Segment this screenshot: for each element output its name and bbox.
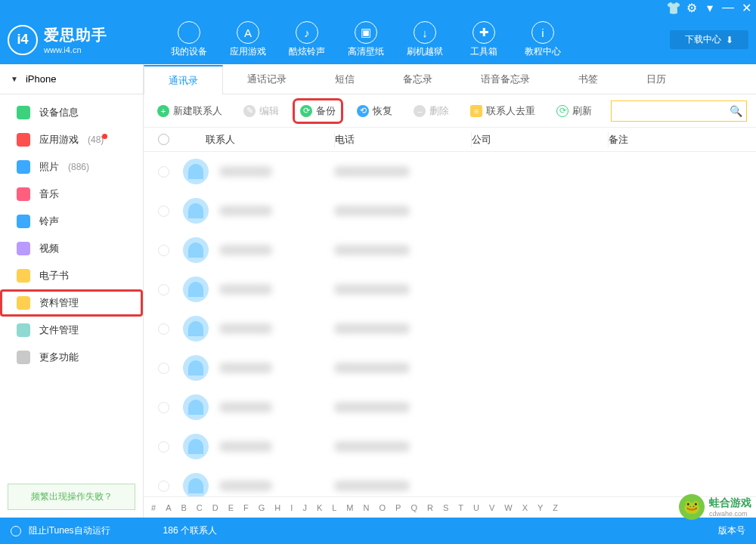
column-contact[interactable]: 联系人: [183, 133, 334, 147]
sidebar-item-7[interactable]: 资料管理: [0, 289, 143, 317]
restore-button[interactable]: ⟲ 恢复: [352, 101, 397, 121]
top-nav-2[interactable]: ♪酷炫铃声: [280, 21, 333, 58]
row-checkbox[interactable]: [158, 166, 169, 178]
alpha-D[interactable]: D: [212, 503, 218, 512]
minimize-icon[interactable]: —: [723, 2, 733, 13]
alpha-X[interactable]: X: [522, 503, 528, 512]
tab-2[interactable]: 短信: [311, 64, 379, 94]
top-nav-3[interactable]: ▣高清壁纸: [339, 21, 392, 58]
top-nav-1[interactable]: A应用游戏: [222, 21, 274, 58]
alpha-M[interactable]: M: [346, 503, 353, 512]
alpha-Q[interactable]: Q: [411, 503, 417, 512]
table-row[interactable]: [144, 427, 756, 466]
column-note[interactable]: 备注: [609, 133, 756, 147]
new-contact-button[interactable]: + 新建联系人: [153, 101, 227, 121]
sidebar-item-1[interactable]: 应用游戏 (48): [0, 126, 143, 153]
row-checkbox[interactable]: [158, 363, 169, 374]
alpha-L[interactable]: L: [332, 503, 336, 512]
sidebar-item-6[interactable]: 电子书: [0, 262, 143, 289]
delete-button[interactable]: – 删除: [409, 101, 454, 121]
row-checkbox[interactable]: [158, 441, 169, 453]
alpha-Z[interactable]: Z: [553, 503, 558, 512]
sidebar-item-8[interactable]: 文件管理: [0, 317, 143, 344]
row-checkbox[interactable]: [158, 284, 169, 295]
tab-1[interactable]: 通话记录: [223, 64, 311, 94]
row-checkbox[interactable]: [158, 206, 169, 217]
alpha-O[interactable]: O: [379, 503, 386, 512]
alpha-C[interactable]: C: [197, 503, 203, 512]
sidebar-item-3[interactable]: 音乐: [0, 181, 143, 208]
alpha-N[interactable]: N: [364, 503, 370, 512]
alpha-B[interactable]: B: [181, 503, 186, 512]
alpha-W[interactable]: W: [504, 503, 512, 512]
tab-4[interactable]: 语音备忘录: [457, 64, 554, 94]
alpha-U[interactable]: U: [473, 503, 479, 512]
sidebar-item-5[interactable]: 视频: [0, 235, 143, 262]
select-all-checkbox[interactable]: [158, 134, 169, 145]
status-block-itunes[interactable]: 阻止iTunes自动运行: [29, 524, 110, 537]
alpha-#[interactable]: #: [151, 503, 156, 512]
row-checkbox[interactable]: [158, 245, 169, 256]
sidebar-item-0[interactable]: 设备信息: [0, 99, 143, 126]
row-checkbox[interactable]: [158, 323, 169, 335]
alpha-E[interactable]: E: [228, 503, 234, 512]
sidebar-item-4[interactable]: 铃声: [0, 208, 143, 235]
sidebar-item-9[interactable]: 更多功能: [0, 344, 143, 371]
top-nav-6[interactable]: i教程中心: [516, 21, 569, 58]
alpha-P[interactable]: P: [395, 503, 401, 512]
column-phone[interactable]: 电话: [335, 133, 471, 147]
search-icon[interactable]: 🔍: [730, 105, 742, 117]
column-company[interactable]: 公司: [472, 133, 608, 147]
alpha-V[interactable]: V: [489, 503, 494, 512]
alpha-G[interactable]: G: [259, 503, 265, 512]
row-checkbox[interactable]: [158, 481, 169, 492]
table-row[interactable]: [144, 270, 756, 309]
tab-6[interactable]: 日历: [622, 64, 690, 94]
toolbar: + 新建联系人 ✎ 编辑 ⟳ 备份 ⟲ 恢复 – 删除 ≡ 联系人去重: [144, 94, 756, 128]
avatar: [183, 355, 209, 381]
search-box[interactable]: 🔍: [611, 100, 747, 122]
contact-phone-redacted: [334, 481, 410, 491]
alpha-I[interactable]: I: [290, 503, 293, 512]
sidebar-item-2[interactable]: 照片 (886): [0, 153, 143, 181]
search-input[interactable]: [616, 106, 730, 116]
alpha-H[interactable]: H: [274, 503, 280, 512]
settings-gear-icon[interactable]: ⚙: [686, 2, 697, 13]
dropdown-icon[interactable]: ▾: [705, 2, 715, 13]
nav-icon: i: [531, 21, 554, 44]
status-toggle-icon[interactable]: [11, 526, 21, 536]
table-row[interactable]: [144, 348, 756, 388]
alpha-S[interactable]: S: [443, 503, 448, 512]
download-center-button[interactable]: 下载中心 ⬇: [670, 30, 748, 49]
top-nav-0[interactable]: 我的设备: [163, 21, 215, 58]
tab-5[interactable]: 书签: [554, 64, 622, 94]
top-nav-5[interactable]: ✚工具箱: [457, 21, 510, 58]
alpha-Y[interactable]: Y: [538, 503, 543, 512]
help-link[interactable]: 频繁出现操作失败？: [8, 484, 135, 510]
alpha-F[interactable]: F: [243, 503, 249, 512]
tab-3[interactable]: 备忘录: [379, 64, 457, 94]
alpha-T[interactable]: T: [458, 503, 463, 512]
table-row[interactable]: [144, 152, 756, 191]
close-icon[interactable]: ✕: [741, 2, 751, 13]
top-nav-4[interactable]: ↓刷机越狱: [398, 21, 451, 58]
table-row[interactable]: [144, 191, 756, 230]
device-selector[interactable]: ▼ iPhone: [0, 64, 143, 94]
alpha-K[interactable]: K: [317, 503, 322, 512]
table-row[interactable]: [144, 309, 756, 348]
alpha-A[interactable]: A: [166, 503, 171, 512]
refresh-button[interactable]: ⟳ 刷新: [552, 101, 596, 121]
alpha-R[interactable]: R: [427, 503, 433, 512]
edit-button[interactable]: ✎ 编辑: [239, 101, 284, 121]
plus-icon: +: [157, 105, 169, 117]
alpha-J[interactable]: J: [302, 503, 307, 512]
tshirt-icon[interactable]: 👕: [668, 2, 679, 13]
table-row[interactable]: [144, 388, 756, 427]
row-checkbox[interactable]: [158, 402, 169, 413]
table-row[interactable]: [144, 466, 756, 496]
dedupe-button[interactable]: ≡ 联系人去重: [466, 101, 540, 121]
tab-0[interactable]: 通讯录: [144, 65, 223, 94]
table-row[interactable]: [144, 230, 756, 270]
backup-button[interactable]: ⟳ 备份: [296, 101, 340, 121]
avatar: [183, 316, 209, 342]
